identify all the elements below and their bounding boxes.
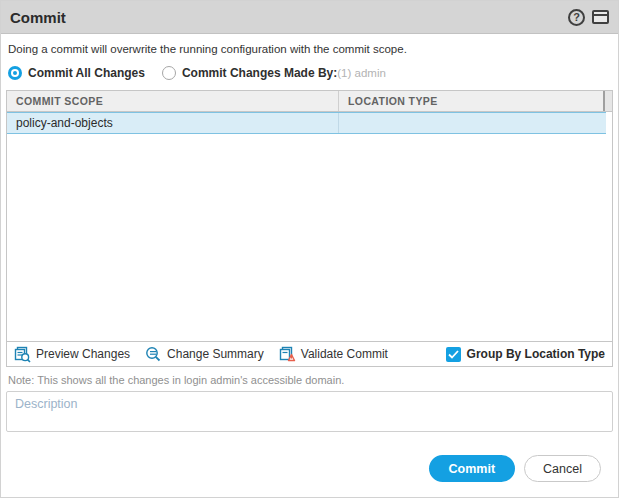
cell-location-type	[339, 113, 606, 133]
group-by-location-type-label: Group By Location Type	[467, 347, 605, 361]
radio-commit-by-label: Commit Changes Made By:	[182, 66, 337, 80]
preview-changes-icon	[14, 346, 31, 363]
preview-changes-label: Preview Changes	[36, 347, 130, 361]
change-summary-icon	[145, 346, 162, 363]
group-by-location-type-checkbox[interactable]: Group By Location Type	[446, 347, 605, 362]
radio-commit-changes-made-by[interactable]: Commit Changes Made By:(1) admin	[162, 66, 386, 80]
radio-commit-all-changes[interactable]: Commit All Changes	[8, 66, 145, 80]
column-header-location-type[interactable]: LOCATION TYPE	[339, 91, 603, 111]
intro-text: Doing a commit will overwrite the runnin…	[8, 43, 611, 55]
table-row[interactable]: policy-and-objects	[7, 112, 606, 134]
cancel-button[interactable]: Cancel	[524, 455, 601, 482]
commit-scope-options: Commit All Changes Commit Changes Made B…	[8, 64, 611, 82]
table-toolbar: Preview Changes Change Summary	[6, 342, 613, 367]
commit-dialog: Commit ? Doing a commit will overwrite t…	[0, 0, 619, 498]
change-summary-label: Change Summary	[167, 347, 264, 361]
help-icon[interactable]: ?	[568, 9, 585, 26]
preview-changes-button[interactable]: Preview Changes	[14, 346, 130, 363]
radio-unselected-icon	[162, 66, 176, 80]
validate-commit-button[interactable]: Validate Commit	[279, 346, 388, 363]
page-title: Commit	[10, 9, 66, 26]
checkbox-checked-icon	[446, 347, 461, 362]
titlebar: Commit ?	[1, 1, 618, 34]
column-header-commit-scope[interactable]: COMMIT SCOPE	[7, 91, 339, 111]
change-summary-button[interactable]: Change Summary	[145, 346, 264, 363]
validate-commit-label: Validate Commit	[301, 347, 388, 361]
commit-button[interactable]: Commit	[429, 455, 516, 482]
radio-selected-icon	[8, 66, 22, 80]
table-header: COMMIT SCOPE LOCATION TYPE	[7, 91, 612, 112]
note-text: Note: This shows all the changes in logi…	[8, 374, 611, 386]
cell-commit-scope: policy-and-objects	[7, 113, 339, 133]
radio-commit-all-label: Commit All Changes	[28, 66, 145, 80]
table-body: policy-and-objects	[7, 112, 612, 341]
scrollbar-spacer	[603, 91, 612, 111]
validate-commit-icon	[279, 346, 296, 363]
description-input[interactable]	[6, 391, 613, 432]
commit-by-admin-count: (1) admin	[337, 67, 386, 79]
footer-buttons: Commit Cancel	[429, 455, 601, 482]
commit-scope-table: COMMIT SCOPE LOCATION TYPE policy-and-ob…	[6, 90, 613, 342]
window-icon[interactable]	[592, 10, 609, 24]
